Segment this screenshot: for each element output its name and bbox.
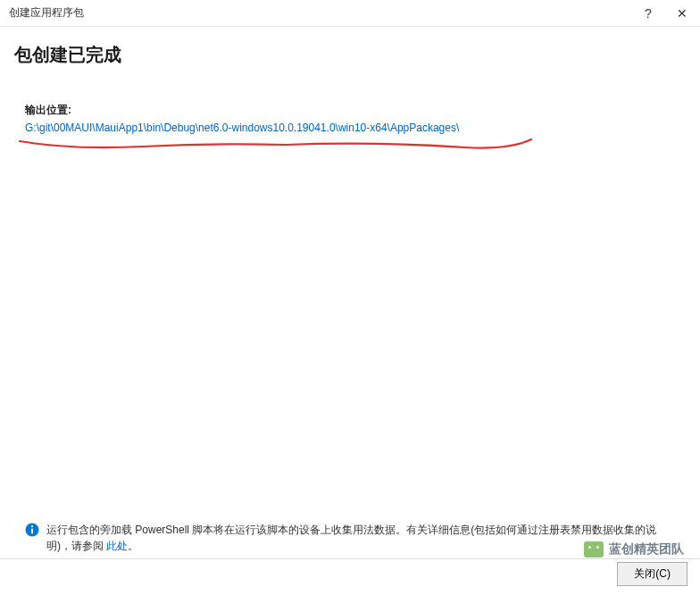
content-area: 包创建已完成 输出位置: G:\git\00MAUI\MauiApp1\bin\…: [0, 27, 700, 134]
help-button[interactable]: ?: [639, 6, 657, 21]
info-icon: [25, 523, 39, 537]
hand-drawn-underline: [18, 134, 536, 161]
svg-point-2: [31, 525, 33, 527]
info-text-part2: 。: [128, 540, 138, 552]
window-title: 创建应用程序包: [9, 5, 84, 21]
button-row: 关闭(C): [617, 562, 688, 586]
wechat-icon: [584, 541, 604, 557]
watermark-text: 蓝创精英团队: [609, 541, 684, 557]
watermark: 蓝创精英团队: [584, 541, 684, 557]
footer-info: 运行包含的旁加载 PowerShell 脚本将在运行该脚本的设备上收集用法数据。…: [25, 522, 675, 554]
info-text: 运行包含的旁加载 PowerShell 脚本将在运行该脚本的设备上收集用法数据。…: [46, 522, 675, 554]
titlebar: 创建应用程序包 ? ✕: [0, 0, 700, 27]
output-section: 输出位置: G:\git\00MAUI\MauiApp1\bin\Debug\n…: [25, 103, 686, 134]
close-icon[interactable]: ✕: [673, 6, 691, 21]
footer-divider: [0, 558, 700, 559]
page-heading: 包创建已完成: [14, 43, 686, 67]
output-path-link[interactable]: G:\git\00MAUI\MauiApp1\bin\Debug\net6.0-…: [25, 122, 686, 134]
close-button[interactable]: 关闭(C): [617, 562, 688, 586]
info-link[interactable]: 此处: [106, 540, 128, 552]
window-controls: ? ✕: [639, 6, 691, 21]
svg-rect-1: [31, 529, 33, 534]
output-label: 输出位置:: [25, 103, 686, 118]
